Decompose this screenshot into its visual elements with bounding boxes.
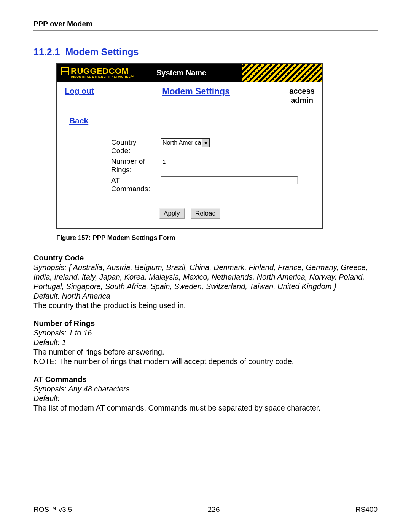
cc-heading: Country Code xyxy=(33,253,378,263)
at-commands-desc: AT Commands Synopsis: Any 48 characters … xyxy=(33,375,378,413)
section-heading: 11.2.1 Modem Settings xyxy=(33,46,378,58)
reload-button[interactable]: Reload xyxy=(191,208,220,219)
nr-heading: Number of Rings xyxy=(33,319,378,328)
access-level: access admin xyxy=(289,86,315,105)
country-code-desc: Country Code Synopsis: { Australia, Aust… xyxy=(33,253,378,310)
settings-form: Country Code: North America Number of Ri… xyxy=(109,137,300,195)
access-value: admin xyxy=(289,96,315,105)
section-title: Modem Settings xyxy=(65,46,139,57)
cc-synopsis: Synopsis: { Australia, Austria, Belgium,… xyxy=(33,263,378,291)
number-of-rings-desc: Number of Rings Synopsis: 1 to 16 Defaul… xyxy=(33,319,378,366)
logo-text: RUGGEDCOM xyxy=(71,67,129,75)
at-commands-label: AT Commands: xyxy=(110,176,158,194)
header-rule xyxy=(33,30,378,31)
access-label: access xyxy=(289,86,315,96)
at-commands-input[interactable] xyxy=(161,176,298,184)
back-link[interactable]: Back xyxy=(69,116,88,125)
page-header: PPP over Modem xyxy=(33,20,378,30)
apply-button[interactable]: Apply xyxy=(159,208,185,219)
cc-default: Default: North America xyxy=(33,291,378,301)
at-default: Default: xyxy=(33,394,378,403)
banner-hatch xyxy=(242,64,322,82)
nr-default: Default: 1 xyxy=(33,338,378,347)
page-footer: ROS™ v3.5 226 RS400 xyxy=(33,505,378,514)
at-text: The list of modem AT commands. Commands … xyxy=(33,403,378,413)
figure-caption: Figure 157: PPP Modem Settings Form xyxy=(56,234,378,242)
form-title: Modem Settings xyxy=(162,86,230,96)
cc-text: The country that the product is being us… xyxy=(33,301,378,310)
logo-area: RUGGEDCOM INDUSTRIAL STRENGTH NETWORKS™ xyxy=(57,64,150,82)
ruggedcom-logo-icon xyxy=(61,67,69,75)
footer-left: ROS™ v3.5 xyxy=(33,505,72,514)
rings-input[interactable]: 1 xyxy=(161,158,180,165)
logo-subtext: INDUSTRIAL STRENGTH NETWORKS™ xyxy=(61,75,148,78)
modem-settings-screenshot: RUGGEDCOM INDUSTRIAL STRENGTH NETWORKS™ … xyxy=(56,63,323,229)
screenshot-banner: RUGGEDCOM INDUSTRIAL STRENGTH NETWORKS™ … xyxy=(57,64,322,82)
nr-synopsis: Synopsis: 1 to 16 xyxy=(33,328,378,338)
footer-right: RS400 xyxy=(355,505,378,514)
system-name: System Name xyxy=(150,64,242,82)
nr-text1: The number of rings before answering. xyxy=(33,347,378,357)
section-number: 11.2.1 xyxy=(33,46,60,57)
country-code-value: North America xyxy=(161,139,202,146)
country-code-label: Country Code: xyxy=(110,137,158,156)
at-synopsis: Synopsis: Any 48 characters xyxy=(33,384,378,394)
nr-text2: NOTE: The number of rings that modem wil… xyxy=(33,357,378,366)
country-code-select[interactable]: North America xyxy=(161,138,210,147)
footer-center: 226 xyxy=(208,505,220,514)
at-heading: AT Commands xyxy=(33,375,378,384)
logout-link[interactable]: Log out xyxy=(65,86,94,95)
chevron-down-icon[interactable] xyxy=(202,139,209,147)
rings-label: Number of Rings: xyxy=(110,157,158,175)
